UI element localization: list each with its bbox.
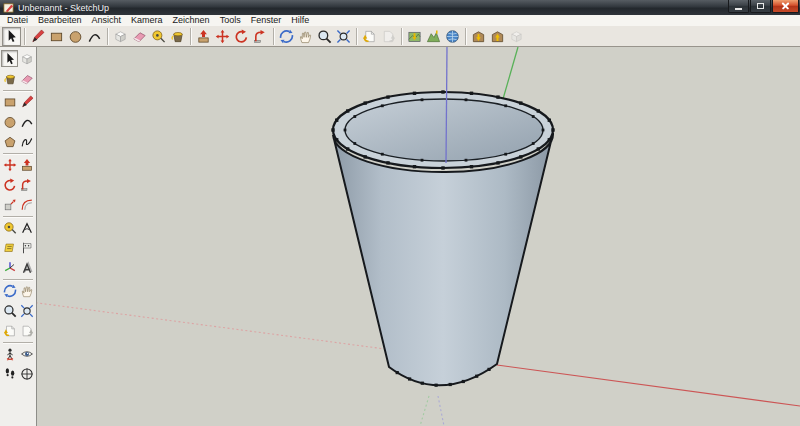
push-pull-tool-button[interactable]: [194, 27, 213, 46]
pan-tool-button[interactable]: [296, 27, 315, 46]
orbit-tool-button[interactable]: [1, 282, 18, 299]
menu-fenster[interactable]: Fenster: [246, 15, 287, 26]
walk-tool-button[interactable]: [1, 365, 18, 382]
cup-body[interactable]: [333, 133, 553, 385]
text-tool-button[interactable]: [1, 239, 18, 256]
follow-me-tool-button[interactable]: [251, 27, 270, 46]
rectangle-tool-button[interactable]: [1, 93, 18, 110]
menu-ansicht[interactable]: Ansicht: [87, 15, 127, 26]
3d-text-tool-button[interactable]: [18, 259, 35, 276]
toolbar-separator: [107, 28, 108, 45]
menu-datei[interactable]: Datei: [2, 15, 33, 26]
toolbar-separator: [3, 279, 33, 280]
previous-view-icon: [3, 324, 17, 338]
toggle-terrain-tool-button[interactable]: [424, 27, 443, 46]
toolbar-separator: [3, 153, 33, 154]
pencil-icon: [20, 95, 34, 109]
menu-zeichnen[interactable]: Zeichnen: [168, 15, 215, 26]
select-tool-button[interactable]: [1, 50, 18, 67]
next-view-tool-button[interactable]: [18, 322, 35, 339]
zoom-extents-icon: [336, 29, 351, 44]
zoom-extents-tool-button[interactable]: [334, 27, 353, 46]
paint-bucket-tool-button[interactable]: [1, 70, 18, 87]
make-component-tool-button[interactable]: [111, 27, 130, 46]
menu-tools[interactable]: Tools: [215, 15, 246, 26]
pan-hand-icon: [20, 284, 34, 298]
offset-icon: [20, 198, 34, 212]
axes-tool-button[interactable]: [1, 259, 18, 276]
protractor-tool-button[interactable]: [18, 219, 35, 236]
zoom-extents-tool-button[interactable]: [18, 302, 35, 319]
select-tool-button[interactable]: [2, 27, 21, 46]
orbit-tool-button[interactable]: [277, 27, 296, 46]
scale-tool-button[interactable]: [1, 196, 18, 213]
get-models-tool-button[interactable]: [469, 27, 488, 46]
position-camera-icon: [3, 347, 17, 361]
eraser-icon: [20, 72, 34, 86]
zoom-tool-button[interactable]: [315, 27, 334, 46]
offset-tool-button[interactable]: [18, 196, 35, 213]
title-bar[interactable]: Unbenannt - SketchUp: [0, 0, 800, 15]
share-model-tool-button[interactable]: [488, 27, 507, 46]
tape-measure-tool-button[interactable]: [149, 27, 168, 46]
green-axis-negative-dotted: [420, 396, 429, 426]
next-view-tool-button[interactable]: [379, 27, 398, 46]
move-tool-button[interactable]: [1, 156, 18, 173]
polygon-tool-button[interactable]: [1, 133, 18, 150]
tool-group: [194, 27, 270, 46]
look-around-icon: [20, 347, 34, 361]
close-icon: [781, 2, 790, 11]
previous-view-icon: [362, 29, 377, 44]
protractor-icon: [20, 221, 34, 235]
google-earth-tool-button[interactable]: [443, 27, 462, 46]
line-tool-button[interactable]: [18, 93, 35, 110]
push-pull-tool-button[interactable]: [18, 156, 35, 173]
circle-tool-button[interactable]: [1, 113, 18, 130]
zoom-icon: [317, 29, 332, 44]
share-component-tool-button[interactable]: [507, 27, 526, 46]
top-toolbar: [0, 26, 800, 47]
axes-icon: [3, 261, 17, 275]
add-location-tool-button[interactable]: [405, 27, 424, 46]
rotate-tool-button[interactable]: [1, 176, 18, 193]
circle-tool-button[interactable]: [66, 27, 85, 46]
eraser-tool-button[interactable]: [130, 27, 149, 46]
maximize-icon: [757, 3, 764, 9]
main-area: [0, 47, 800, 426]
tape-measure-icon: [3, 221, 17, 235]
menu-bearbeiten[interactable]: Bearbeiten: [33, 15, 87, 26]
dimension-icon: [20, 241, 34, 255]
menu-kamera[interactable]: Kamera: [126, 15, 168, 26]
pan-tool-button[interactable]: [18, 282, 35, 299]
section-plane-tool-button[interactable]: [18, 365, 35, 382]
zoom-tool-button[interactable]: [1, 302, 18, 319]
previous-view-tool-button[interactable]: [360, 27, 379, 46]
rotate-icon: [234, 29, 249, 44]
freehand-tool-button[interactable]: [18, 133, 35, 150]
move-icon: [3, 158, 17, 172]
move-tool-button[interactable]: [213, 27, 232, 46]
rectangle-tool-button[interactable]: [47, 27, 66, 46]
look-around-tool-button[interactable]: [18, 345, 35, 362]
eraser-tool-button[interactable]: [18, 70, 35, 87]
follow-me-tool-button[interactable]: [18, 176, 35, 193]
close-button[interactable]: [772, 0, 799, 13]
arc-tool-button[interactable]: [18, 113, 35, 130]
maximize-button[interactable]: [750, 0, 771, 13]
select-icon: [4, 29, 19, 44]
paint-bucket-tool-button[interactable]: [168, 27, 187, 46]
tape-measure-tool-button[interactable]: [1, 219, 18, 236]
cup-interior[interactable]: [345, 99, 543, 161]
position-camera-tool-button[interactable]: [1, 345, 18, 362]
menu-hilfe[interactable]: Hilfe: [286, 15, 314, 26]
previous-view-tool-button[interactable]: [1, 322, 18, 339]
dimension-tool-button[interactable]: [18, 239, 35, 256]
zoom-extents-icon: [20, 304, 34, 318]
toolbar-separator: [401, 28, 402, 45]
line-tool-button[interactable]: [28, 27, 47, 46]
make-component-tool-button[interactable]: [18, 50, 35, 67]
arc-tool-button[interactable]: [85, 27, 104, 46]
minimize-button[interactable]: [728, 0, 749, 13]
viewport[interactable]: [37, 47, 800, 426]
rotate-tool-button[interactable]: [232, 27, 251, 46]
